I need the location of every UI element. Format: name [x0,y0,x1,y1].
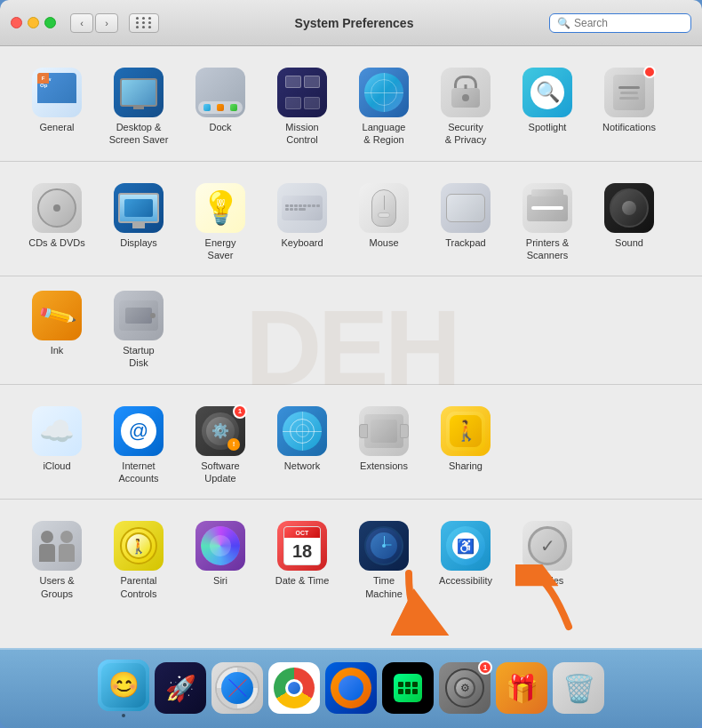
search-icon: 🔍 [557,17,570,29]
startup-disk-icon [114,291,164,340]
pref-mouse[interactable]: Mouse [345,176,423,269]
firefox-icon [325,662,377,714]
pref-displays[interactable]: Displays [100,176,178,269]
mouse-icon [359,183,409,233]
mission-control-icon [277,68,327,117]
printers-scanners-icon [523,183,572,233]
notifications-icon [604,68,654,117]
accessibility-label: Accessibility [439,574,492,587]
pref-keyboard[interactable]: Keyboard [263,176,341,269]
pref-users-groups[interactable]: Users &Groups [18,514,96,607]
dock-giftbox[interactable]: 🎁 [496,662,547,714]
back-button[interactable]: ‹ [70,13,93,33]
internet-accounts-label: InternetAccounts [118,460,158,485]
pref-security-privacy[interactable]: Security& Privacy [427,60,505,154]
profiles-icon: ✓ [523,521,572,571]
fullscreen-button[interactable] [44,17,56,28]
giftbox-icon: 🎁 [496,662,547,714]
grid-view-button[interactable] [129,13,159,33]
pref-trackpad[interactable]: Trackpad [427,176,505,269]
software-update-label: SoftwareUpdate [201,460,239,485]
search-input[interactable] [574,17,690,29]
software-update-icon: 1 ⚙️ ! [195,406,245,456]
dock-chrome[interactable] [268,662,320,714]
pref-profiles[interactable]: ✓ Profiles [508,514,586,607]
spotlight-label: Spotlight [529,121,567,133]
energy-saver-icon: 💡 [195,183,245,233]
network-label: Network [284,460,320,472]
dock: 😊 🚀 [0,648,702,728]
traffic-lights [11,17,56,28]
startup-disk-label: StartupDisk [123,344,154,370]
dock-finder[interactable]: 😊 [98,660,149,717]
pref-printers-scanners[interactable]: Printers &Scanners [508,176,586,269]
pref-sharing[interactable]: 🚶 Sharing [427,399,505,492]
ink-icon: ✏️ [32,291,82,340]
energy-saver-label: EnergySaver [205,236,236,262]
trash-icon: 🗑️ [553,662,604,714]
trackpad-label: Trackpad [445,236,485,249]
ink-label: Ink [51,344,64,356]
time-machine-label: TimeMachine [365,574,403,600]
network-icon [277,406,327,456]
dock-safari[interactable] [211,662,263,714]
pref-mission-control[interactable]: MissionControl [263,60,341,154]
sound-label: Sound [615,236,643,249]
keyboard-icon [277,183,327,233]
pref-energy-saver[interactable]: 💡 EnergySaver [181,176,259,269]
pref-extensions[interactable]: Extensions [345,399,423,492]
section-system: Users &Groups 🚶 ParentalControls [0,500,702,614]
pref-siri[interactable]: Siri [181,514,259,607]
pref-software-update[interactable]: 1 ⚙️ ! SoftwareUpdate [181,399,259,492]
extensions-icon [359,406,409,456]
desktop-screensaver-icon [114,68,164,117]
dock-trash[interactable]: 🗑️ [553,662,604,714]
pref-parental-controls[interactable]: 🚶 ParentalControls [100,514,178,607]
pref-language-region[interactable]: Language& Region [345,60,423,154]
pref-cds-dvds[interactable]: CDs & DVDs [18,176,96,269]
cds-dvds-label: CDs & DVDs [28,236,85,249]
extensions-label: Extensions [360,460,408,472]
dock-launchpad[interactable]: 🚀 [155,662,206,714]
pref-ink[interactable]: ✏️ Ink [18,284,96,377]
pref-startup-disk[interactable]: StartupDisk [100,284,178,377]
trackpad-icon [441,183,491,233]
parental-controls-icon: 🚶 [114,521,164,571]
search-box[interactable]: 🔍 [549,13,691,33]
topnotch-icon [382,662,434,714]
pref-general[interactable]: NewOp F General [18,60,96,154]
dock-label: Dock [209,121,231,133]
system-prefs-dock-icon: 1 ⚙ [439,662,491,714]
preferences-main: DEH NewOp F General [0,46,702,648]
pref-accessibility[interactable]: ♿ Accessibility [427,514,505,607]
pref-network[interactable]: Network [263,399,341,492]
pref-internet-accounts[interactable]: @ InternetAccounts [100,399,178,492]
pref-icloud[interactable]: ☁️ iCloud [18,399,96,492]
icloud-label: iCloud [43,460,70,472]
pref-sound[interactable]: Sound [590,176,668,269]
minimize-button[interactable] [28,17,39,28]
dock-system-prefs[interactable]: 1 ⚙ [439,662,491,714]
general-icon: NewOp F [32,68,82,117]
pref-desktop-screensaver[interactable]: Desktop &Screen Saver [100,60,178,154]
pref-time-machine[interactable]: TimeMachine [345,514,423,607]
section-hardware: CDs & DVDs Displays 💡 EnergyS [0,162,702,277]
pref-dock[interactable]: Dock [181,60,259,154]
general-label: General [39,121,74,133]
launchpad-icon: 🚀 [155,662,206,714]
dock-topnotch[interactable] [382,662,434,714]
chrome-icon [268,662,320,714]
users-groups-label: Users &Groups [39,574,74,600]
forward-button[interactable]: › [95,13,118,33]
finder-dot [122,714,125,717]
pref-date-time[interactable]: OCT 18 Date & Time [263,514,341,607]
mouse-label: Mouse [369,236,398,249]
dock-icon [195,68,245,117]
pref-notifications[interactable]: Notifications [590,60,668,154]
siri-icon [195,521,245,571]
siri-label: Siri [213,574,227,587]
dock-firefox[interactable] [325,662,377,714]
close-button[interactable] [11,17,22,28]
pref-spotlight[interactable]: 🔍 Spotlight [508,60,586,154]
section-personal: NewOp F General Desktop &Screen Saver [0,46,702,162]
